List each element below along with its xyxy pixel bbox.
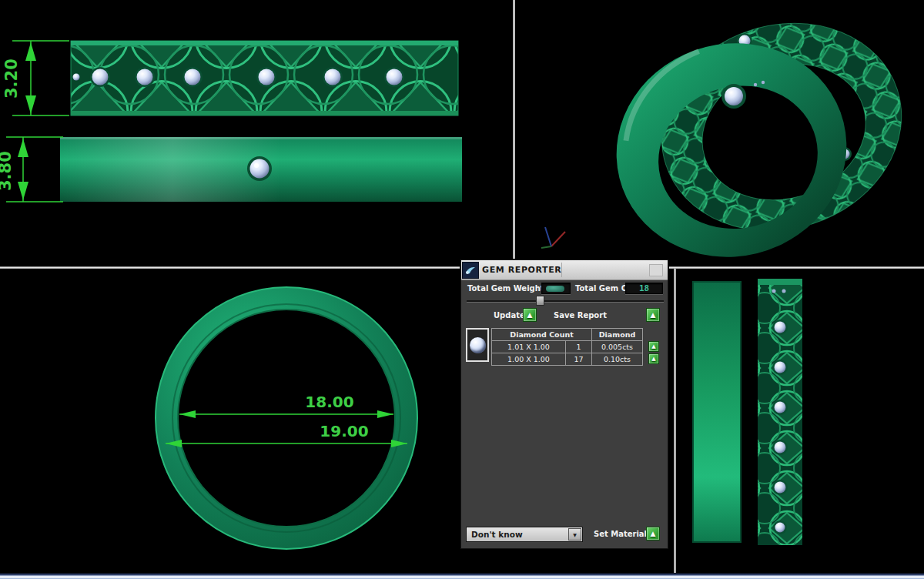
patterned-band-front-view xyxy=(758,279,802,545)
material-dropdown-value: Don't know xyxy=(467,530,568,539)
axis-gizmo-icon xyxy=(541,227,565,248)
gem-thumbnail[interactable] xyxy=(466,328,489,362)
viewport-front-side[interactable]: 3.20 3.80 xyxy=(0,0,514,267)
material-dropdown[interactable]: Don't know xyxy=(466,527,583,542)
ring-3d xyxy=(594,0,924,267)
gem-size-cell[interactable]: 1.00 X 1.00 xyxy=(492,353,566,366)
save-report-label: Save Report xyxy=(554,311,607,320)
save-report-button[interactable] xyxy=(646,308,660,322)
dimension-shank-width: 3.80 xyxy=(0,137,63,202)
total-gem-weight-value xyxy=(546,286,564,292)
taskbar-edge xyxy=(0,573,924,579)
gem-count-cell[interactable]: 17 xyxy=(566,353,592,366)
dim-label-3-20: 3.20 xyxy=(2,59,21,99)
header-diamond: Diamond xyxy=(592,329,643,341)
dialog-titlebar[interactable]: GEM REPORTER xyxy=(461,260,668,280)
gem-table-header-row: Diamond Count Diamond xyxy=(492,329,643,341)
gem-table-row[interactable]: 1.01 X 1.00 1 0.005cts xyxy=(492,341,643,353)
gem-row-action-button[interactable] xyxy=(648,353,659,364)
dropdown-arrow-icon[interactable] xyxy=(568,528,581,541)
solitaire-gem-3d xyxy=(725,87,743,105)
gem-reporter-dialog: GEM REPORTER Total Gem Weight Total Gem … xyxy=(460,259,668,549)
gem-row-action-button[interactable] xyxy=(648,341,659,352)
set-material-label: Set Material xyxy=(594,530,647,538)
gem-size-cell[interactable]: 1.01 X 1.00 xyxy=(492,341,566,353)
dim-label-3-80: 3.80 xyxy=(0,151,15,191)
cad-application-window: 3.20 3.80 xyxy=(0,0,924,579)
zoom-slider-handle[interactable] xyxy=(536,296,544,306)
total-gem-count-field[interactable]: 18 xyxy=(625,283,663,294)
dimension-band-height: 3.20 xyxy=(2,41,69,115)
gem-weight-cell[interactable]: 0.10cts xyxy=(592,353,643,366)
gem-count-cell[interactable]: 1 xyxy=(566,341,592,353)
plain-band-side-view xyxy=(60,137,462,202)
total-gem-count-value: 18 xyxy=(626,283,662,293)
viewport-splitter-vertical-top[interactable] xyxy=(513,0,515,267)
viewport-splitter-vertical-bottom[interactable] xyxy=(674,268,676,574)
viewport-right-side[interactable] xyxy=(675,268,924,574)
gem-weight-cell[interactable]: 0.005cts xyxy=(592,341,643,353)
dialog-title: GEM REPORTER xyxy=(482,265,561,275)
center-diamond-gem xyxy=(250,159,270,179)
header-diamond-count: Diamond Count xyxy=(492,329,592,341)
dim-label-18-00: 18.00 xyxy=(305,393,353,411)
update-button[interactable] xyxy=(523,308,537,322)
total-gem-weight-field[interactable] xyxy=(541,283,571,294)
gem-ball-icon xyxy=(470,337,486,353)
gem-table: Diamond Count Diamond 1.01 X 1.00 1 0.00… xyxy=(491,328,643,366)
update-label: Update xyxy=(494,311,525,320)
gem-table-row[interactable]: 1.00 X 1.00 17 0.10cts xyxy=(492,353,643,366)
viewport-perspective[interactable] xyxy=(516,0,924,267)
gem-reporter-icon xyxy=(462,262,479,279)
zoom-slider-track[interactable] xyxy=(467,300,664,303)
ring-top-view xyxy=(156,287,417,549)
plain-band-front-view xyxy=(693,282,741,542)
dimension-outer-diameter: 19.00 xyxy=(166,422,407,447)
dimension-inner-diameter: 18.00 xyxy=(179,393,393,418)
titlebar-grip[interactable] xyxy=(649,264,663,276)
total-gem-weight-label: Total Gem Weight xyxy=(467,284,544,293)
titlebar-separator xyxy=(561,263,562,277)
dim-label-19-00: 19.00 xyxy=(320,422,368,440)
patterned-band-side-view xyxy=(71,41,458,115)
set-material-button[interactable] xyxy=(646,527,660,541)
